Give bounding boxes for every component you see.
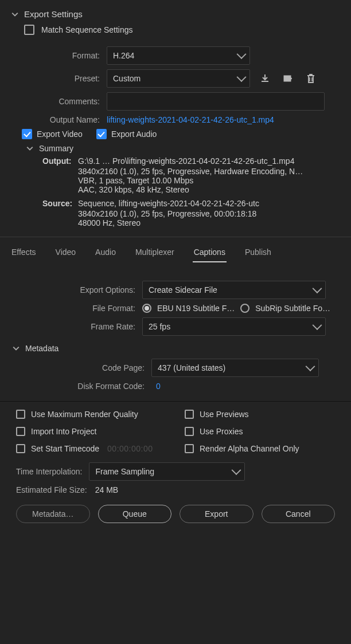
chevron-down-icon xyxy=(26,145,33,152)
set-start-timecode-label: Set Start Timecode xyxy=(31,444,99,453)
export-options-value: Create Sidecar File xyxy=(149,285,217,294)
export-settings-title: Export Settings xyxy=(24,9,83,19)
format-label: Format: xyxy=(22,51,100,60)
tab-video[interactable]: Video xyxy=(54,245,77,262)
output-name-label: Output Name: xyxy=(22,115,100,124)
time-interpolation-value: Frame Sampling xyxy=(95,467,154,476)
file-format-radio-ebu[interactable] xyxy=(142,304,151,313)
disk-format-code-label: Disk Format Code: xyxy=(30,382,145,391)
format-dropdown[interactable]: H.264 xyxy=(107,46,250,65)
render-alpha-only-checkbox[interactable] xyxy=(185,444,194,453)
code-page-label: Code Page: xyxy=(30,363,145,372)
chevron-down-icon xyxy=(11,11,18,18)
chevron-down-icon xyxy=(13,345,20,352)
export-video-checkbox[interactable] xyxy=(22,129,32,139)
delete-preset-icon[interactable] xyxy=(303,70,319,87)
preset-label: Preset: xyxy=(22,74,100,83)
estimated-file-size-value: 24 MB xyxy=(95,485,118,494)
summary-output-line: 3840x2160 (1.0), 25 fps, Progressive, Ha… xyxy=(78,167,335,176)
file-format-radio-subrip[interactable] xyxy=(240,304,249,313)
preset-dropdown[interactable]: Custom xyxy=(107,69,250,88)
estimated-file-size-label: Estimated File Size: xyxy=(16,485,87,494)
summary-output-line: G:\9.1 … Pro\lifting-weights-2021-04-02-… xyxy=(78,156,294,166)
summary-source-line: 3840x2160 (1.0), 25 fps, Progressive, 00… xyxy=(78,209,335,218)
render-alpha-only-label: Render Alpha Channel Only xyxy=(200,444,299,453)
cancel-button[interactable]: Cancel xyxy=(262,505,336,523)
summary-source-line: 48000 Hz, Stereo xyxy=(78,218,335,227)
export-options-label: Export Options: xyxy=(21,285,135,294)
preset-value: Custom xyxy=(113,74,141,83)
captions-metadata-disclosure[interactable]: Metadata xyxy=(13,344,330,353)
set-start-timecode-checkbox[interactable] xyxy=(16,444,25,453)
export-options-dropdown[interactable]: Create Sidecar File xyxy=(142,281,326,299)
code-page-value: 437 (United states) xyxy=(158,363,225,372)
import-preset-icon[interactable] xyxy=(257,70,273,87)
output-name-link[interactable]: lifting-weights-2021-04-02-21-42-26-utc_… xyxy=(107,115,274,124)
summary-source-label: Source: xyxy=(42,199,78,208)
use-previews-checkbox[interactable] xyxy=(185,410,194,419)
export-button[interactable]: Export xyxy=(180,505,253,523)
use-previews-label: Use Previews xyxy=(200,410,249,419)
match-sequence-label: Match Sequence Settings xyxy=(41,25,133,34)
use-proxies-label: Use Proxies xyxy=(200,427,243,436)
use-proxies-checkbox[interactable] xyxy=(185,427,194,436)
summary-disclosure[interactable]: Summary xyxy=(26,144,335,153)
import-into-project-label: Import Into Project xyxy=(31,427,96,436)
start-timecode-placeholder[interactable]: 00:00:00:00 xyxy=(107,444,153,453)
summary-output-line: VBR, 1 pass, Target 10.00 Mbps xyxy=(78,176,335,185)
use-max-render-quality-label: Use Maximum Render Quality xyxy=(31,410,138,419)
match-sequence-checkbox[interactable] xyxy=(24,25,34,35)
metadata-button[interactable]: Metadata… xyxy=(16,505,90,523)
settings-tabs: Effects Video Audio Multiplexer Captions… xyxy=(0,237,351,262)
frame-rate-label: Frame Rate: xyxy=(21,322,135,331)
save-preset-icon[interactable] xyxy=(280,70,296,87)
summary-title: Summary xyxy=(39,144,73,153)
file-format-option-subrip: SubRip Subtitle Fo… xyxy=(255,304,330,313)
export-audio-checkbox[interactable] xyxy=(96,129,107,139)
summary-output-label: Output: xyxy=(42,156,78,166)
export-video-label: Export Video xyxy=(37,129,83,139)
disk-format-code-value[interactable]: 0 xyxy=(151,382,165,391)
captions-metadata-title: Metadata xyxy=(25,344,58,353)
queue-button[interactable]: Queue xyxy=(98,505,172,523)
file-format-label: File Format: xyxy=(21,304,135,313)
tab-audio[interactable]: Audio xyxy=(94,245,117,262)
tab-captions[interactable]: Captions xyxy=(193,245,227,262)
summary-source-line: Sequence, lifting-weights-2021-04-02-21-… xyxy=(78,199,259,208)
summary-output-line: AAC, 320 kbps, 48 kHz, Stereo xyxy=(78,185,335,194)
tab-effects[interactable]: Effects xyxy=(10,245,37,262)
format-value: H.264 xyxy=(113,51,134,60)
import-into-project-checkbox[interactable] xyxy=(16,427,25,436)
file-format-option-ebu: EBU N19 Subtitle F… xyxy=(157,304,235,313)
export-audio-label: Export Audio xyxy=(111,129,157,139)
export-settings-disclosure[interactable]: Export Settings xyxy=(11,9,335,19)
comments-input[interactable] xyxy=(107,92,325,111)
use-max-render-quality-checkbox[interactable] xyxy=(16,410,25,419)
time-interpolation-dropdown[interactable]: Frame Sampling xyxy=(89,462,245,481)
tab-multiplexer[interactable]: Multiplexer xyxy=(134,245,176,262)
frame-rate-dropdown[interactable]: 25 fps xyxy=(142,317,326,336)
tab-publish[interactable]: Publish xyxy=(244,245,272,262)
comments-label: Comments: xyxy=(22,97,100,106)
frame-rate-value: 25 fps xyxy=(149,322,170,331)
code-page-dropdown[interactable]: 437 (United states) xyxy=(151,359,319,377)
time-interpolation-label: Time Interpolation: xyxy=(16,467,82,476)
